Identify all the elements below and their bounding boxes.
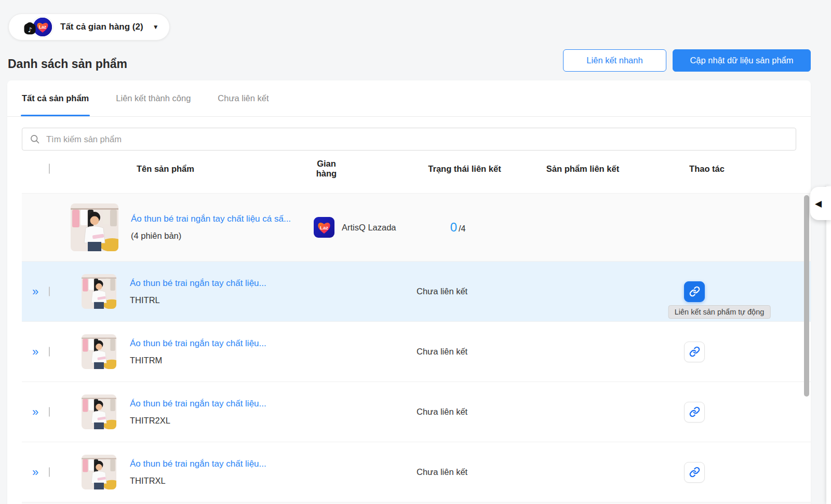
tab-not-linked[interactable]: Chưa liên kết <box>218 80 269 116</box>
variant-row: » Áo thun bé trai ngắn tay chất liệu... … <box>22 442 811 502</box>
table-header: Tên sản phẩm Gian hàng Trạng thái liên k… <box>22 156 811 182</box>
column-header-action: Thao tác <box>653 164 796 174</box>
column-header-linked-product: Sản phẩm liên kết <box>513 164 653 174</box>
link-status: Chưa liên kết <box>417 287 513 296</box>
auto-link-button[interactable] <box>684 342 705 362</box>
select-all-checkbox[interactable] <box>49 164 50 174</box>
product-sku: THITR2XL <box>130 416 266 426</box>
product-sku: THITRXL <box>130 476 266 486</box>
product-image <box>82 334 116 369</box>
update-product-data-button[interactable]: Cập nhật dữ liệu sản phẩm <box>673 49 811 72</box>
auto-link-button[interactable] <box>684 281 705 302</box>
auto-link-button[interactable] <box>684 462 705 483</box>
search-input[interactable] <box>46 134 788 144</box>
product-title-link[interactable]: Áo thun bé trai ngắn tay chất liệu... <box>130 459 266 469</box>
row-checkbox[interactable] <box>49 467 50 477</box>
link-status: Chưa liên kết <box>417 467 513 477</box>
link-status: Chưa liên kết <box>417 407 513 417</box>
expand-row-icon[interactable]: » <box>22 406 49 418</box>
variant-row: » Áo thun bé trai ngắn tay chất liệu... … <box>22 321 811 382</box>
link-status: Chưa liên kết <box>417 347 513 357</box>
store-name: ArtisQ Lazada <box>342 223 396 233</box>
parent-product-row: Áo thun bé trai ngắn tay chất liệu cá sấ… <box>22 193 811 261</box>
lazada-store-icon <box>314 217 334 238</box>
tab-linked-success[interactable]: Liên kết thành công <box>116 80 191 116</box>
linked-count-number: 0 <box>450 220 457 234</box>
column-header-status: Trạng thái liên kết <box>417 164 513 174</box>
tab-bar: Tất cả sản phẩm Liên kết thành công Chưa… <box>7 80 811 117</box>
product-title-link[interactable]: Áo thun bé trai ngắn tay chất liệu... <box>130 278 266 289</box>
product-image <box>82 274 116 309</box>
linked-count-total: /4 <box>459 224 465 233</box>
product-title-link[interactable]: Áo thun bé trai ngắn tay chất liệu... <box>130 338 266 349</box>
table-body: Áo thun bé trai ngắn tay chất liệu cá sấ… <box>22 193 811 504</box>
row-checkbox[interactable] <box>49 347 50 357</box>
product-image <box>71 203 118 251</box>
auto-link-button[interactable] <box>684 402 705 423</box>
product-image <box>82 455 116 489</box>
side-drawer-edge <box>826 186 831 504</box>
expand-row-icon[interactable]: » <box>22 346 49 358</box>
row-checkbox[interactable] <box>49 407 50 417</box>
chevron-down-icon: ▼ <box>153 23 159 31</box>
svg-text:♪: ♪ <box>28 25 32 33</box>
search-box[interactable] <box>22 128 796 151</box>
expand-row-icon[interactable]: » <box>22 467 49 478</box>
search-icon <box>30 134 40 144</box>
product-list-card: Tất cả sản phẩm Liên kết thành công Chưa… <box>7 80 811 504</box>
next-row-edge <box>22 502 811 504</box>
row-checkbox[interactable] <box>49 287 50 296</box>
column-header-store: Gian hàng <box>312 159 417 179</box>
arrow-left-icon: ◀ <box>815 198 822 209</box>
page-title: Danh sách sản phẩm <box>8 57 127 71</box>
quick-link-button[interactable]: Liên kết nhanh <box>563 49 666 72</box>
tab-all-products[interactable]: Tất cả sản phẩm <box>22 80 89 116</box>
variant-row: » Áo thun bé trai ngắn tay chất liệu... … <box>22 382 811 442</box>
store-selector-label: Tất cả gian hàng (2) <box>60 22 143 32</box>
product-sku: THITRL <box>130 295 266 305</box>
tiktok-shop-icon: ♪ <box>21 19 38 36</box>
channel-icons: ♪ <box>21 17 53 37</box>
column-header-name: Tên sản phẩm <box>71 164 312 174</box>
vertical-scrollbar[interactable] <box>804 195 809 397</box>
linked-count: 0/4 <box>417 220 513 235</box>
drawer-toggle-button[interactable]: ◀ <box>810 187 831 220</box>
product-title-link[interactable]: Áo thun bé trai ngắn tay chất liệu... <box>130 399 266 409</box>
store-selector-dropdown[interactable]: ♪ Tất cả gian hàng (2) ▼ <box>8 13 170 40</box>
auto-link-tooltip: Liên kết sản phẩm tự động <box>668 305 771 319</box>
product-sku: THITRM <box>130 356 266 365</box>
variant-row: » Áo thun bé trai ngắn tay chất liệu... … <box>22 261 811 321</box>
expand-row-icon[interactable]: » <box>22 286 49 297</box>
product-title-link[interactable]: Áo thun bé trai ngắn tay chất liệu cá sấ… <box>131 214 291 224</box>
product-image <box>82 394 116 429</box>
variant-count: (4 phiên bản) <box>131 231 291 241</box>
store-cell: ArtisQ Lazada <box>312 217 417 238</box>
